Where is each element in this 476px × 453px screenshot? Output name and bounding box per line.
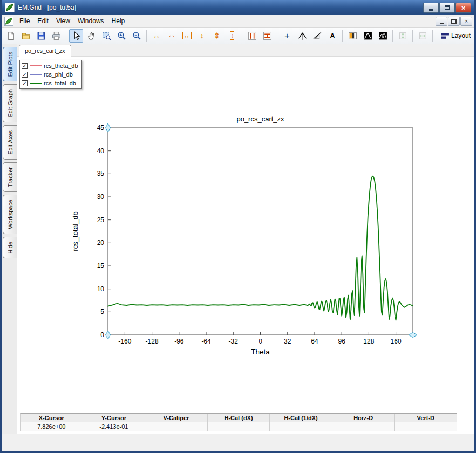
legend-checkbox-theta[interactable]: ✓ bbox=[22, 63, 28, 69]
chart-title: po_rcs_cart_zx bbox=[236, 115, 284, 123]
curve-tracker-button[interactable] bbox=[295, 29, 309, 43]
multi-trace-plot-button[interactable] bbox=[376, 29, 390, 43]
fit-frame-horizontal-icon bbox=[418, 31, 427, 40]
toolbar-separator bbox=[146, 30, 147, 42]
zoom-out-button[interactable] bbox=[130, 29, 144, 43]
fit-frame-vertical-icon bbox=[398, 31, 407, 40]
value-h-cal-dx bbox=[208, 422, 270, 431]
legend-checkbox-total[interactable]: ✓ bbox=[22, 80, 28, 86]
chart-svg[interactable]: po_rcs_cart_zx-160-128-96-64-32032649612… bbox=[70, 113, 426, 366]
toolbar-separator bbox=[242, 30, 242, 42]
child-restore-button[interactable] bbox=[448, 17, 460, 26]
fit-vertical-button[interactable]: ↕ bbox=[225, 29, 239, 43]
zoom-window-button[interactable] bbox=[99, 29, 113, 43]
x-tick-label: 128 bbox=[363, 338, 374, 345]
header-h-cal-1dx: H-Cal (1/dX) bbox=[270, 414, 332, 422]
x-tick-label: -96 bbox=[174, 338, 184, 345]
maximize-button[interactable] bbox=[439, 3, 455, 13]
scroll-vertical-icon: ⇕ bbox=[214, 32, 220, 39]
fit-frame-vertical-button bbox=[396, 29, 410, 43]
new-document-button[interactable] bbox=[4, 29, 18, 43]
zoom-in-icon bbox=[117, 31, 126, 40]
header-horz-d: Horz-D bbox=[332, 414, 395, 422]
child-close-button[interactable]: × bbox=[460, 17, 472, 26]
colormap-plot-icon bbox=[348, 31, 357, 40]
zoom-in-button[interactable] bbox=[114, 29, 128, 43]
select-cursor-button[interactable] bbox=[69, 29, 83, 43]
y-tick-label: 20 bbox=[97, 239, 105, 246]
scroll-vertical-button[interactable]: ⇕ bbox=[210, 29, 224, 43]
legend-row-theta: ✓ rcs_theta_db bbox=[22, 61, 78, 70]
side-tab-edit-plots[interactable]: Edit Plots bbox=[3, 47, 17, 81]
app-icon bbox=[5, 3, 15, 12]
intensity-plot-button[interactable] bbox=[361, 29, 375, 43]
vertical-caliper-button[interactable] bbox=[245, 29, 259, 43]
cursor-readout-table: X-Cursor Y-Cursor V-Caliper H-Cal (dX) H… bbox=[20, 413, 457, 431]
toolbar-separator bbox=[412, 30, 413, 42]
child-minimize-button[interactable] bbox=[436, 17, 447, 26]
layout-button[interactable]: Layout bbox=[439, 29, 472, 43]
menu-windows[interactable]: Windows bbox=[74, 16, 108, 27]
y-tick-label: 25 bbox=[97, 216, 105, 224]
colormap-plot-button[interactable] bbox=[345, 29, 359, 43]
menu-view[interactable]: View bbox=[52, 16, 74, 27]
x-tick-label: -160 bbox=[118, 338, 131, 345]
text-annotation-button[interactable]: A bbox=[325, 29, 339, 43]
side-tab-workspace[interactable]: Workspace bbox=[3, 195, 17, 234]
child-minimize-icon bbox=[440, 23, 444, 24]
new-document-icon bbox=[6, 31, 16, 40]
fit-vertical-icon: ↕ bbox=[230, 31, 234, 40]
y-tick-label: 15 bbox=[97, 262, 105, 270]
pan-hand-icon bbox=[87, 31, 96, 40]
menu-edit[interactable]: Edit bbox=[33, 16, 52, 27]
save-file-button[interactable] bbox=[34, 29, 48, 43]
side-tab-edit-graph[interactable]: Edit Graph bbox=[3, 84, 17, 122]
close-button[interactable]: × bbox=[455, 3, 471, 13]
legend-checkbox-phi[interactable]: ✓ bbox=[22, 72, 28, 78]
slope-marker-button[interactable] bbox=[310, 29, 324, 43]
cross-marker-icon: + bbox=[284, 31, 290, 40]
chart[interactable]: po_rcs_cart_zx-160-128-96-64-32032649612… bbox=[70, 113, 426, 366]
print-button[interactable] bbox=[49, 29, 63, 43]
toolbar: ↔⇔↔↕⇕↕+ALayout bbox=[2, 28, 474, 44]
legend-line-sample-total bbox=[30, 83, 42, 84]
pan-hand-button[interactable] bbox=[84, 29, 98, 43]
value-x-cursor: 7.826e+00 bbox=[21, 422, 83, 431]
y-tick-label: 40 bbox=[97, 147, 105, 155]
side-tab-strip: Edit Plots Edit Graph Edit Axes Tracker … bbox=[2, 44, 17, 434]
fit-horizontal-button[interactable]: ↔ bbox=[180, 29, 194, 43]
child-close-icon: × bbox=[465, 18, 468, 24]
menu-file[interactable]: File bbox=[16, 16, 33, 27]
toolbar-separator bbox=[342, 30, 343, 42]
zoom-out-icon bbox=[132, 31, 141, 40]
minimize-button[interactable] bbox=[423, 3, 439, 13]
menu-help[interactable]: Help bbox=[108, 16, 129, 27]
intensity-plot-icon bbox=[363, 31, 372, 40]
x-tick-label: -128 bbox=[146, 338, 159, 345]
mdi-child-icon[interactable] bbox=[4, 17, 13, 26]
side-tab-tracker[interactable]: Tracker bbox=[3, 162, 17, 192]
window-title: EM.Grid - [po_tut5a] bbox=[18, 4, 76, 11]
scroll-horizontal-button[interactable]: ⇔ bbox=[165, 29, 179, 43]
y-axis-label: rcs_total_db bbox=[71, 211, 79, 251]
layout-icon bbox=[440, 31, 450, 40]
legend: ✓ rcs_theta_db ✓ rcs_phi_db ✓ rcs_total_… bbox=[19, 60, 82, 89]
expand-horizontal-button[interactable]: ↔ bbox=[149, 29, 164, 43]
expand-vertical-button[interactable]: ↕ bbox=[195, 29, 209, 43]
layout-label: Layout bbox=[451, 32, 471, 39]
cross-marker-button[interactable]: + bbox=[280, 29, 294, 43]
curve-tracker-icon bbox=[298, 31, 307, 40]
open-file-button[interactable] bbox=[19, 29, 33, 43]
document-tab[interactable]: po_rcs_cart_zx bbox=[19, 45, 71, 57]
x-tick-label: 64 bbox=[311, 338, 318, 345]
x-tick-label: 96 bbox=[338, 338, 345, 345]
toolbar-separator bbox=[432, 30, 433, 42]
side-tab-edit-axes[interactable]: Edit Axes bbox=[3, 125, 17, 160]
legend-row-phi: ✓ rcs_phi_db bbox=[22, 70, 78, 79]
x-tick-label: 32 bbox=[284, 338, 291, 345]
y-tick-label: 35 bbox=[97, 170, 105, 177]
horizontal-caliper-button[interactable] bbox=[260, 29, 274, 43]
header-h-cal-dx: H-Cal (dX) bbox=[208, 414, 270, 422]
document-tab-row: po_rcs_cart_zx bbox=[17, 44, 474, 57]
side-tab-hide[interactable]: Hide bbox=[3, 237, 17, 259]
